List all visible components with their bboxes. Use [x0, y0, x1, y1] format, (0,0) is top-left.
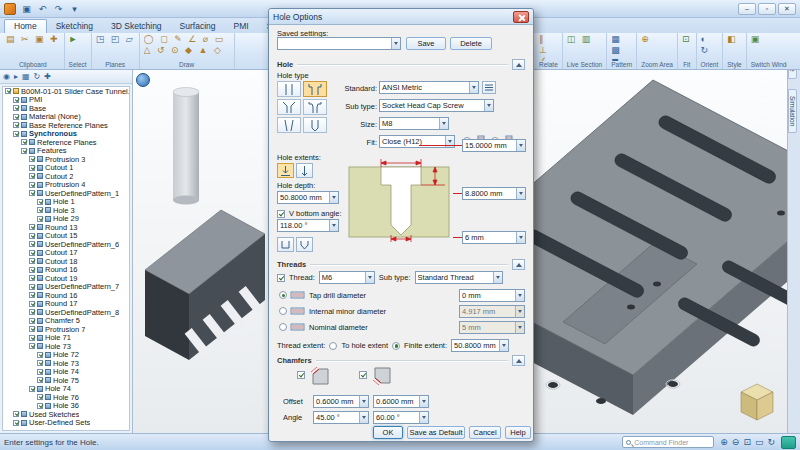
ribbon-group-icons[interactable]: ▦ ▩ ◼	[611, 34, 632, 61]
tree-item[interactable]: Base Reference Planes	[3, 121, 129, 130]
tree-item-checkbox[interactable]	[37, 207, 43, 213]
to-hole-extent-radio[interactable]	[329, 342, 337, 350]
collapse-threads-group-button[interactable]	[512, 259, 525, 270]
tree-item[interactable]: Round 17	[3, 300, 129, 309]
hole-type-tapered-button[interactable]	[277, 117, 301, 133]
tree-item-checkbox[interactable]	[29, 233, 35, 239]
thread-diameter-radio[interactable]	[279, 323, 287, 331]
tree-item[interactable]: Hole 72	[3, 351, 129, 360]
tree-item[interactable]: Features	[3, 147, 129, 156]
tree-item-checkbox[interactable]	[29, 250, 35, 256]
extent-value-combo[interactable]: 15.0000 mm	[462, 139, 526, 152]
quick-access-icon[interactable]: ↷	[52, 2, 65, 15]
ribbon-group-icons[interactable]: ◯ ◻ ✎ ∠ ⌀ ▭ △ ↺ ⊙ ◆ ▲ ◇	[144, 34, 230, 61]
quick-access-icon[interactable]: ▣	[20, 2, 33, 15]
ribbon-tab[interactable]: PMI	[225, 20, 258, 33]
tree-item-checkbox[interactable]	[29, 173, 35, 179]
tree-item[interactable]: Hole 71	[3, 334, 129, 343]
tree-item[interactable]: Hole 1	[3, 198, 129, 207]
tree-item[interactable]: Synchronous	[3, 130, 129, 139]
tree-item-checkbox[interactable]	[21, 139, 27, 145]
tree-item[interactable]: Hole 3	[3, 206, 129, 215]
window-control-icon[interactable]: ‒	[738, 3, 756, 15]
standards-list-button[interactable]	[482, 81, 496, 94]
tree-item-checkbox[interactable]	[29, 190, 35, 196]
v-bottom-button[interactable]	[296, 237, 313, 252]
command-finder-input[interactable]: Command Finder	[622, 436, 714, 448]
tree-item[interactable]: Hole 76	[3, 393, 129, 402]
cancel-button[interactable]: Cancel	[469, 426, 501, 439]
tree-item-checkbox[interactable]	[29, 318, 35, 324]
thread-diameter-value-combo[interactable]: 5 mm	[459, 321, 525, 334]
tree-item-checkbox[interactable]	[29, 156, 35, 162]
tree-item[interactable]: Cutout 19	[3, 274, 129, 283]
collapse-hole-group-button[interactable]	[512, 59, 525, 70]
tree-item-checkbox[interactable]	[13, 131, 19, 137]
tree-item[interactable]: Cutout 17	[3, 249, 129, 258]
tree-item-checkbox[interactable]	[29, 335, 35, 341]
tree-item-checkbox[interactable]	[29, 326, 35, 332]
tree-item-checkbox[interactable]	[37, 352, 43, 358]
tree-item[interactable]: Cutout 1	[3, 164, 129, 173]
hole-type-counterbore-button[interactable]	[303, 81, 327, 97]
side-panel-tab[interactable]: Simulation	[788, 89, 797, 133]
ribbon-group-icons[interactable]: ◐ ↻	[701, 34, 719, 61]
tree-item[interactable]: Round 16	[3, 291, 129, 300]
tree-item[interactable]: Cutout 15	[3, 232, 129, 241]
ribbon-group-icons[interactable]: ◧	[727, 34, 741, 61]
thread-diameter-value-combo[interactable]: 4.917 mm	[459, 305, 525, 318]
tree-item[interactable]: Round 13	[3, 223, 129, 232]
collapse-chamfers-group-button[interactable]	[512, 355, 525, 366]
tree-item-checkbox[interactable]	[29, 267, 35, 273]
ribbon-group-icons[interactable]: ◫ ▥	[567, 34, 602, 61]
fit-combo[interactable]: Close (H12)	[379, 135, 455, 148]
tree-item-checkbox[interactable]	[13, 411, 19, 417]
tree-item-checkbox[interactable]	[29, 241, 35, 247]
tree-item[interactable]: Hole 73	[3, 359, 129, 368]
tree-item-checkbox[interactable]	[13, 420, 19, 426]
angle1-combo[interactable]: 45.00 °	[313, 411, 369, 424]
window-control-icon[interactable]: ▫	[758, 3, 776, 15]
ribbon-tab[interactable]: Sketching	[47, 20, 102, 33]
thread-diameter-radio[interactable]	[279, 291, 287, 299]
window-control-icon[interactable]: ✕	[778, 3, 796, 15]
tree-item[interactable]: PMI	[3, 96, 129, 105]
angle2-combo[interactable]: 60.00 °	[373, 411, 429, 424]
offset2-combo[interactable]: 0.6000 mm	[373, 395, 429, 408]
chamfer-bottom-checkbox[interactable]	[359, 371, 367, 379]
subtype-combo[interactable]: Socket Head Cap Screw	[379, 99, 494, 112]
ok-button[interactable]: OK	[373, 426, 403, 439]
pathfinder-toolbar-icon[interactable]: ↻	[34, 72, 41, 81]
tree-item[interactable]: Hole 29	[3, 215, 129, 224]
pathfinder-toolbar-icon[interactable]: ▸	[14, 72, 18, 81]
ribbon-group-icons[interactable]: ▣	[751, 34, 787, 61]
thread-size-combo[interactable]: M6	[319, 271, 375, 284]
chamfer-top-checkbox[interactable]	[297, 371, 305, 379]
tree-item-checkbox[interactable]	[37, 377, 43, 383]
quick-access-icon[interactable]: ▾	[68, 2, 81, 15]
finite-extent-combo[interactable]: 50.8000 mm	[451, 339, 509, 352]
save-as-default-button[interactable]: Save as Default	[407, 426, 465, 439]
ribbon-group-icons[interactable]: ▤ ✂ ▣ ✚	[6, 34, 60, 61]
tree-item[interactable]: UserDefinedPattern_7	[3, 283, 129, 292]
hole-type-vbottom-button[interactable]	[303, 117, 327, 133]
ribbon-group-icons[interactable]: ►	[69, 34, 87, 61]
tree-item-checkbox[interactable]	[37, 403, 43, 409]
tree-item[interactable]: Hole 74	[3, 385, 129, 394]
ribbon-group-icons[interactable]: ◳ ◰ ▱	[96, 34, 135, 61]
ribbon-group-icons[interactable]: ⊕	[641, 34, 673, 61]
view-control-icon[interactable]: ↻	[767, 437, 775, 447]
flat-bottom-button[interactable]	[277, 237, 294, 252]
hole-type-counterdrill-button[interactable]	[303, 99, 327, 115]
quick-access-icon[interactable]: ↶	[36, 2, 49, 15]
tree-item-checkbox[interactable]	[37, 394, 43, 400]
tree-item-checkbox[interactable]	[5, 88, 11, 94]
tree-item-checkbox[interactable]	[37, 369, 43, 375]
tree-item[interactable]: B00M-01-01 Slider Case Tunnel.par	[3, 87, 129, 96]
tree-item-checkbox[interactable]	[29, 224, 35, 230]
tree-item-checkbox[interactable]	[37, 199, 43, 205]
delete-button[interactable]: Delete	[450, 37, 492, 50]
tree-item[interactable]: Protrusion 3	[3, 155, 129, 164]
hole-type-simple-button[interactable]	[277, 81, 301, 97]
tree-item[interactable]: User-Defined Sets	[3, 419, 129, 428]
